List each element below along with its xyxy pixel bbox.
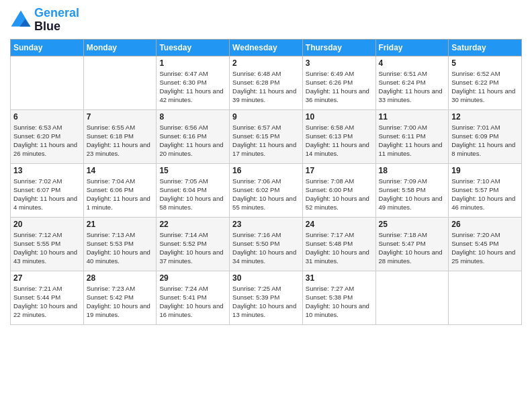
day-number: 6 <box>13 112 81 122</box>
cell-info: Sunrise: 7:20 AM Sunset: 5:45 PM Dayligh… <box>451 230 519 266</box>
logo-text: General Blue <box>34 7 79 34</box>
page: General Blue SundayMondayTuesdayWednesda… <box>0 0 532 411</box>
day-number: 8 <box>159 112 226 122</box>
calendar-cell: 26Sunrise: 7:20 AM Sunset: 5:45 PM Dayli… <box>449 217 522 271</box>
calendar-cell: 5Sunrise: 6:52 AM Sunset: 6:22 PM Daylig… <box>449 56 522 109</box>
calendar-cell <box>449 271 522 324</box>
calendar-cell: 15Sunrise: 7:05 AM Sunset: 6:04 PM Dayli… <box>157 163 230 217</box>
day-number: 4 <box>379 58 446 68</box>
day-header-thursday: Thursday <box>302 39 375 56</box>
cell-info: Sunrise: 7:09 AM Sunset: 5:58 PM Dayligh… <box>379 177 446 212</box>
cell-info: Sunrise: 7:06 AM Sunset: 6:02 PM Dayligh… <box>232 177 300 212</box>
cell-info: Sunrise: 6:58 AM Sunset: 6:13 PM Dayligh… <box>306 123 373 158</box>
cell-info: Sunrise: 7:14 AM Sunset: 5:52 PM Dayligh… <box>159 230 226 266</box>
calendar-cell: 3Sunrise: 6:49 AM Sunset: 6:26 PM Daylig… <box>302 56 375 109</box>
day-number: 14 <box>87 166 154 175</box>
day-number: 5 <box>451 58 519 68</box>
day-header-friday: Friday <box>375 39 449 56</box>
day-number: 23 <box>232 220 300 229</box>
day-header-saturday: Saturday <box>449 39 522 56</box>
calendar-cell: 13Sunrise: 7:02 AM Sunset: 6:07 PM Dayli… <box>11 163 84 217</box>
day-number: 9 <box>232 112 300 122</box>
day-number: 17 <box>306 166 373 175</box>
cell-info: Sunrise: 7:02 AM Sunset: 6:07 PM Dayligh… <box>13 177 81 212</box>
day-number: 11 <box>379 112 446 122</box>
cell-info: Sunrise: 7:05 AM Sunset: 6:04 PM Dayligh… <box>159 177 226 212</box>
day-number: 31 <box>306 273 373 283</box>
cell-info: Sunrise: 7:04 AM Sunset: 6:06 PM Dayligh… <box>87 177 154 212</box>
cell-info: Sunrise: 6:57 AM Sunset: 6:15 PM Dayligh… <box>232 123 300 158</box>
calendar-cell: 18Sunrise: 7:09 AM Sunset: 5:58 PM Dayli… <box>375 163 449 217</box>
calendar-cell: 7Sunrise: 6:55 AM Sunset: 6:18 PM Daylig… <box>83 109 157 163</box>
day-header-sunday: Sunday <box>11 39 84 56</box>
cell-info: Sunrise: 7:23 AM Sunset: 5:42 PM Dayligh… <box>87 284 154 320</box>
calendar-cell <box>11 56 84 109</box>
cell-info: Sunrise: 7:17 AM Sunset: 5:48 PM Dayligh… <box>306 230 373 266</box>
header-row: SundayMondayTuesdayWednesdayThursdayFrid… <box>11 39 522 56</box>
cell-info: Sunrise: 7:13 AM Sunset: 5:53 PM Dayligh… <box>87 230 154 266</box>
calendar-cell: 16Sunrise: 7:06 AM Sunset: 6:02 PM Dayli… <box>230 163 303 217</box>
day-header-tuesday: Tuesday <box>157 39 230 56</box>
day-number: 19 <box>451 166 519 175</box>
calendar-cell: 20Sunrise: 7:12 AM Sunset: 5:55 PM Dayli… <box>11 217 84 271</box>
day-number: 21 <box>87 220 154 229</box>
calendar-cell: 6Sunrise: 6:53 AM Sunset: 6:20 PM Daylig… <box>11 109 84 163</box>
cell-info: Sunrise: 7:21 AM Sunset: 5:44 PM Dayligh… <box>13 284 81 320</box>
calendar-cell: 11Sunrise: 7:00 AM Sunset: 6:11 PM Dayli… <box>375 109 449 163</box>
day-header-monday: Monday <box>83 39 157 56</box>
calendar-cell: 30Sunrise: 7:25 AM Sunset: 5:39 PM Dayli… <box>230 271 303 324</box>
cell-info: Sunrise: 6:55 AM Sunset: 6:18 PM Dayligh… <box>87 123 154 158</box>
cell-info: Sunrise: 7:08 AM Sunset: 6:00 PM Dayligh… <box>306 177 373 212</box>
calendar-cell: 24Sunrise: 7:17 AM Sunset: 5:48 PM Dayli… <box>302 217 375 271</box>
day-number: 28 <box>87 273 154 283</box>
calendar-cell: 4Sunrise: 6:51 AM Sunset: 6:24 PM Daylig… <box>375 56 449 109</box>
week-row-4: 20Sunrise: 7:12 AM Sunset: 5:55 PM Dayli… <box>11 217 522 271</box>
calendar-cell: 17Sunrise: 7:08 AM Sunset: 6:00 PM Dayli… <box>302 163 375 217</box>
calendar-cell: 21Sunrise: 7:13 AM Sunset: 5:53 PM Dayli… <box>83 217 157 271</box>
day-number: 1 <box>159 58 226 68</box>
cell-info: Sunrise: 6:49 AM Sunset: 6:26 PM Dayligh… <box>306 69 373 105</box>
day-number: 22 <box>159 220 226 229</box>
cell-info: Sunrise: 6:56 AM Sunset: 6:16 PM Dayligh… <box>159 123 226 158</box>
cell-info: Sunrise: 7:18 AM Sunset: 5:47 PM Dayligh… <box>379 230 446 266</box>
calendar-cell: 28Sunrise: 7:23 AM Sunset: 5:42 PM Dayli… <box>83 271 157 324</box>
calendar-table: SundayMondayTuesdayWednesdayThursdayFrid… <box>10 39 522 325</box>
logo: General Blue <box>10 7 79 34</box>
cell-info: Sunrise: 6:51 AM Sunset: 6:24 PM Dayligh… <box>379 69 446 105</box>
cell-info: Sunrise: 6:47 AM Sunset: 6:30 PM Dayligh… <box>159 69 226 105</box>
cell-info: Sunrise: 7:01 AM Sunset: 6:09 PM Dayligh… <box>451 123 519 158</box>
cell-info: Sunrise: 7:24 AM Sunset: 5:41 PM Dayligh… <box>159 284 226 320</box>
day-number: 13 <box>13 166 81 175</box>
header: General Blue <box>10 7 522 34</box>
calendar-cell: 19Sunrise: 7:10 AM Sunset: 5:57 PM Dayli… <box>449 163 522 217</box>
day-number: 7 <box>87 112 154 122</box>
calendar-cell <box>375 271 449 324</box>
week-row-1: 1Sunrise: 6:47 AM Sunset: 6:30 PM Daylig… <box>11 56 522 109</box>
day-number: 27 <box>13 273 81 283</box>
calendar-cell: 12Sunrise: 7:01 AM Sunset: 6:09 PM Dayli… <box>449 109 522 163</box>
day-number: 30 <box>232 273 300 283</box>
week-row-5: 27Sunrise: 7:21 AM Sunset: 5:44 PM Dayli… <box>11 271 522 324</box>
calendar-cell: 10Sunrise: 6:58 AM Sunset: 6:13 PM Dayli… <box>302 109 375 163</box>
calendar-cell: 9Sunrise: 6:57 AM Sunset: 6:15 PM Daylig… <box>230 109 303 163</box>
day-header-wednesday: Wednesday <box>230 39 303 56</box>
day-number: 20 <box>13 220 81 229</box>
day-number: 29 <box>159 273 226 283</box>
logo-icon <box>10 9 32 31</box>
day-number: 18 <box>379 166 446 175</box>
cell-info: Sunrise: 7:16 AM Sunset: 5:50 PM Dayligh… <box>232 230 300 266</box>
cell-info: Sunrise: 7:12 AM Sunset: 5:55 PM Dayligh… <box>13 230 81 266</box>
calendar-cell: 1Sunrise: 6:47 AM Sunset: 6:30 PM Daylig… <box>157 56 230 109</box>
calendar-cell: 23Sunrise: 7:16 AM Sunset: 5:50 PM Dayli… <box>230 217 303 271</box>
calendar-cell: 27Sunrise: 7:21 AM Sunset: 5:44 PM Dayli… <box>11 271 84 324</box>
day-number: 24 <box>306 220 373 229</box>
day-number: 3 <box>306 58 373 68</box>
calendar-cell <box>83 56 157 109</box>
calendar-cell: 14Sunrise: 7:04 AM Sunset: 6:06 PM Dayli… <box>83 163 157 217</box>
day-number: 25 <box>379 220 446 229</box>
day-number: 2 <box>232 58 300 68</box>
calendar-cell: 29Sunrise: 7:24 AM Sunset: 5:41 PM Dayli… <box>157 271 230 324</box>
cell-info: Sunrise: 7:25 AM Sunset: 5:39 PM Dayligh… <box>232 284 300 320</box>
week-row-2: 6Sunrise: 6:53 AM Sunset: 6:20 PM Daylig… <box>11 109 522 163</box>
cell-info: Sunrise: 6:53 AM Sunset: 6:20 PM Dayligh… <box>13 123 81 158</box>
